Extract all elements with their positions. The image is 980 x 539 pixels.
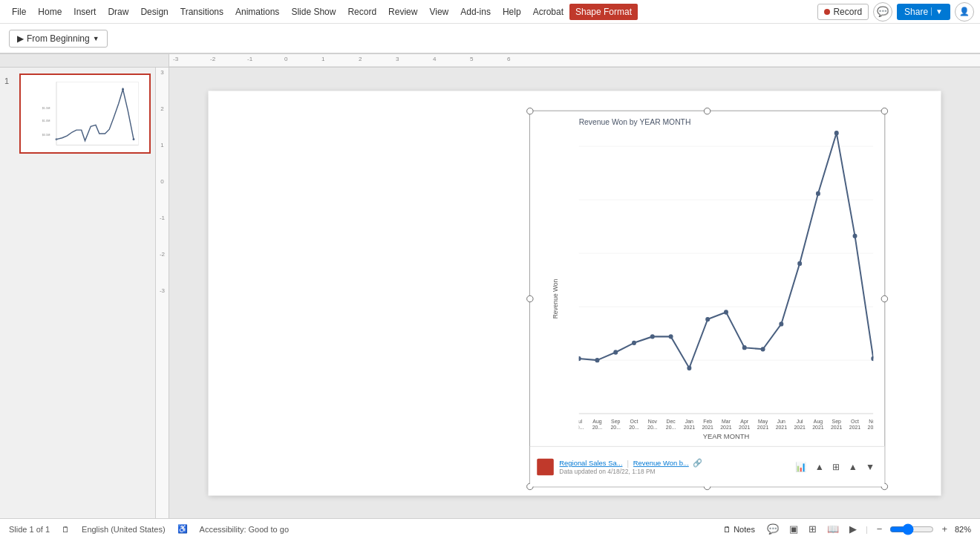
svg-text:2021: 2021	[812, 425, 823, 429]
svg-text:2021: 2021	[702, 425, 713, 429]
notes-button[interactable]: 🗒 Notes	[719, 523, 760, 535]
menu-acrobat[interactable]: Acrobat	[527, 4, 569, 20]
svg-text:$1.0M: $1.0M	[42, 120, 50, 122]
svg-text:20...: 20...	[592, 425, 603, 429]
chart-footer-text: Regional Sales Sa... | Revenue Won b... …	[559, 458, 787, 475]
svg-text:Dec: Dec	[666, 419, 676, 425]
link-icon: 🔗	[693, 459, 702, 468]
slide-number: 1	[4, 74, 15, 85]
chart-container[interactable]: Revenue Won by YEAR MONTH Revenue Won	[529, 111, 885, 488]
svg-text:20...: 20...	[666, 425, 676, 429]
svg-text:Jun: Jun	[777, 419, 785, 425]
svg-point-24	[613, 350, 618, 354]
ruler-corner	[0, 54, 169, 67]
main-area: 1 $0.5M	[0, 68, 980, 519]
menu-transitions[interactable]: Transitions	[174, 4, 229, 20]
comments-button[interactable]: 💬	[764, 522, 782, 536]
source-label[interactable]: Regional Sales Sa...	[559, 460, 622, 467]
svg-text:2021: 2021	[757, 425, 768, 429]
from-beginning-button[interactable]: ▶ From Beginning ▼	[9, 30, 108, 48]
svg-text:Aug: Aug	[814, 419, 823, 425]
chart-more-button[interactable]: ▼	[863, 460, 878, 474]
svg-text:Oct: Oct	[630, 419, 638, 425]
svg-point-30	[724, 310, 728, 314]
notes-label: Notes	[734, 525, 755, 534]
svg-text:20...: 20...	[610, 425, 621, 429]
chart-title: Revenue Won by YEAR MONTH	[579, 118, 874, 126]
horizontal-ruler: -3 -2 -1 0 1 2 3 4 5 6	[169, 54, 980, 67]
zoom-in-button[interactable]: +	[938, 522, 950, 536]
svg-point-28	[687, 366, 691, 370]
menu-view[interactable]: View	[423, 4, 454, 20]
svg-point-4	[122, 88, 124, 91]
menu-animations[interactable]: Animations	[229, 4, 285, 20]
svg-point-29	[705, 317, 710, 321]
svg-point-33	[779, 321, 783, 326]
menu-record[interactable]: Record	[342, 4, 382, 20]
menu-file[interactable]: File	[6, 4, 32, 20]
share-label: Share	[904, 7, 928, 17]
slide-thumbnail[interactable]: $0.5M $1.0M $1.5M	[19, 74, 151, 154]
svg-point-32	[761, 347, 765, 351]
menu-design[interactable]: Design	[134, 4, 174, 20]
svg-text:2021: 2021	[831, 425, 842, 429]
menu-insert[interactable]: Insert	[68, 4, 102, 20]
slide-panel: 1 $0.5M	[0, 68, 156, 519]
x-axis-label: YEAR MONTH	[579, 432, 874, 440]
menu-slideshow[interactable]: Slide Show	[285, 4, 342, 20]
language: English (United States)	[82, 525, 166, 534]
svg-text:20...: 20...	[647, 425, 658, 429]
play-icon: ▶	[17, 33, 24, 44]
chart-expand-up[interactable]: ▲	[812, 460, 827, 474]
zoom-separator: |	[866, 525, 868, 534]
svg-text:Feb: Feb	[703, 419, 712, 425]
svg-text:Nov: Nov	[648, 419, 658, 425]
svg-text:Apr: Apr	[740, 419, 748, 425]
vertical-ruler: 3 2 1 0 -1 -2 -3	[156, 68, 169, 519]
svg-text:Mar: Mar	[722, 419, 731, 425]
svg-point-31	[742, 345, 747, 350]
slideshow-button[interactable]: ▶	[846, 522, 860, 536]
svg-text:Oct: Oct	[851, 419, 859, 425]
menu-shapeformat[interactable]: Shape Format	[569, 4, 638, 20]
user-avatar[interactable]: 👤	[955, 2, 974, 22]
svg-text:Sep: Sep	[832, 419, 841, 425]
svg-point-37	[853, 234, 858, 238]
chart-expand-right[interactable]: ▲	[846, 460, 860, 474]
menu-bar: File Home Insert Draw Design Transitions…	[0, 0, 980, 24]
from-beginning-label: From Beginning	[27, 33, 90, 44]
canvas-area[interactable]: Revenue Won by YEAR MONTH Revenue Won	[169, 68, 980, 519]
menu-addins[interactable]: Add-ins	[454, 4, 497, 20]
chart-footer: Regional Sales Sa... | Revenue Won b... …	[530, 446, 885, 487]
menu-home[interactable]: Home	[32, 4, 68, 20]
svg-text:Aug: Aug	[592, 419, 601, 425]
menu-draw[interactable]: Draw	[102, 4, 134, 20]
svg-text:$1.5M: $1.5M	[42, 107, 50, 110]
dropdown-caret-icon: ▼	[93, 35, 99, 42]
svg-point-26	[650, 334, 655, 339]
zoom-out-button[interactable]: −	[874, 522, 886, 536]
reading-view-button[interactable]: 📖	[824, 522, 842, 536]
svg-point-23	[595, 358, 599, 362]
normal-view-button[interactable]: ▣	[786, 522, 801, 536]
share-button[interactable]: Share ▼	[897, 4, 950, 20]
svg-text:20...: 20...	[579, 425, 584, 429]
zoom-slider[interactable]	[889, 523, 934, 535]
chart-type-button[interactable]: 📊	[793, 460, 810, 474]
record-button-label: Record	[833, 7, 862, 17]
slide-sorter-button[interactable]: ⊞	[806, 522, 820, 536]
svg-text:Sep: Sep	[611, 419, 620, 425]
svg-text:2021: 2021	[776, 425, 787, 429]
status-bar: Slide 1 of 1 🗒 English (United States) ♿…	[0, 518, 980, 539]
metric-label[interactable]: Revenue Won b...	[633, 460, 689, 467]
svg-point-27	[669, 334, 673, 339]
record-button[interactable]: Record	[817, 4, 869, 20]
notes-icon-symbol: 🗒	[723, 525, 731, 534]
svg-point-25	[632, 341, 636, 345]
svg-text:20...: 20...	[629, 425, 639, 429]
chat-button[interactable]: 💬	[873, 2, 892, 22]
status-right: 🗒 Notes 💬 ▣ ⊞ 📖 ▶ | − + 82%	[719, 522, 971, 536]
chart-table-button[interactable]: ⊞	[829, 460, 843, 474]
menu-review[interactable]: Review	[382, 4, 423, 20]
menu-help[interactable]: Help	[497, 4, 527, 20]
